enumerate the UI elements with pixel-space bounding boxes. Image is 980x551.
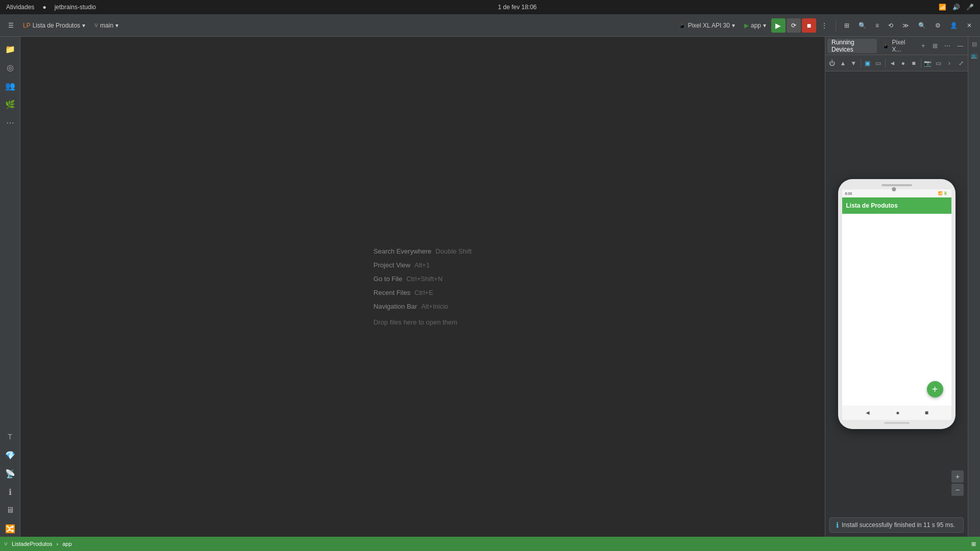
rotate-portrait-button[interactable]: ▣ <box>863 57 872 69</box>
right-sidebar-screen-icon[interactable]: 📺 <box>969 50 979 60</box>
branch-dropdown-icon: ▾ <box>115 22 118 29</box>
hint-search: Search Everywhere Double Shift <box>374 247 472 255</box>
tabs-layout-button[interactable]: ⊞ <box>929 40 941 52</box>
sidebar-item-info[interactable]: ℹ <box>2 484 18 500</box>
sidebar-item-terminal[interactable]: T <box>2 429 18 445</box>
device-tool-sep-3 <box>921 59 921 68</box>
minimize-panel-button[interactable]: — <box>954 40 966 52</box>
git-branch-label[interactable]: ListadeProdutos <box>12 541 53 547</box>
phone-appbar: Lista de Produtos <box>842 197 951 214</box>
sidebar-item-project[interactable]: 📁 <box>2 41 18 57</box>
device-tool-sep-1 <box>861 59 861 68</box>
status-bar: ⑂ ListadeProdutos › app ⊞ <box>0 537 980 551</box>
branch-name-label: main <box>100 22 113 29</box>
back-nav-button[interactable]: ◄ <box>888 57 897 69</box>
sidebar-item-git[interactable]: 🌿 <box>2 96 18 112</box>
find-button[interactable]: 🔍 <box>854 18 870 33</box>
home-nav-button[interactable]: ● <box>898 57 908 69</box>
phone-wrapper: 6:06 📶 🔋 Lista de Produtos + ◄ ● <box>825 71 968 537</box>
hint-drop-label: Drop files here to open them <box>374 318 457 326</box>
phone-back-button[interactable]: ◄ <box>865 409 871 416</box>
stop-button[interactable]: ■ <box>802 18 816 33</box>
app-selector-button[interactable]: ▶ app ▾ <box>740 18 770 33</box>
phone-fab-button[interactable]: + <box>927 381 943 397</box>
device-selector-button[interactable]: 📱 Pixel XL API 30 ▾ <box>674 18 739 33</box>
project-icon: LP <box>23 22 31 29</box>
hints-container: Search Everywhere Double Shift Project V… <box>374 247 472 326</box>
volume-icon: 🔊 <box>952 4 960 11</box>
hierarchy-button[interactable]: ⟲ <box>884 18 897 33</box>
structure-button[interactable]: ≡ <box>871 18 883 33</box>
sdk-manager-button[interactable]: ≫ <box>898 18 913 33</box>
hint-project-view: Project View Alt+1 <box>374 261 472 269</box>
hint-project-shortcut: Alt+1 <box>414 261 430 269</box>
running-devices-tab[interactable]: Running Devices <box>827 39 877 53</box>
os-topbar-right: 📶 🔊 🎤 <box>939 4 974 11</box>
screen-record-button[interactable]: ▭ <box>934 57 943 69</box>
hint-project-label: Project View <box>374 261 410 269</box>
phone-camera <box>892 187 896 191</box>
toolbar-right-group: ⊞ 🔍 ≡ ⟲ ≫ 🔍 ⚙ 👤 ✕ <box>840 18 976 33</box>
toolbar-separator <box>836 19 836 32</box>
more-device-button[interactable]: › <box>944 57 954 69</box>
main-layout: 📁 ◎ 👥 🌿 ⋯ T 💎 📡 ℹ 🖥 🔀 Search Everywhere … <box>0 37 980 537</box>
sidebar-item-users[interactable]: 👥 <box>2 78 18 94</box>
sidebar-item-logcat[interactable]: 📡 <box>2 465 18 482</box>
device-name-label: Pixel XL API 30 <box>688 22 730 29</box>
activities-label[interactable]: Atividades <box>6 4 34 11</box>
hint-search-label: Search Everywhere <box>374 247 431 255</box>
sidebar-item-more[interactable]: ⋯ <box>2 114 18 131</box>
wifi-icon: 📶 <box>939 4 946 11</box>
app-name-label: jetbrains-studio <box>55 4 96 11</box>
sidebar-item-gem[interactable]: 💎 <box>2 447 18 463</box>
pixel-tab[interactable]: 📱 Pixel X... <box>878 39 917 53</box>
device-icon: 📱 <box>678 22 686 29</box>
phone-home-button[interactable]: ● <box>896 409 899 416</box>
hamburger-button[interactable]: ☰ <box>4 18 18 33</box>
pixel-tab-label: Pixel X... <box>892 39 913 53</box>
hint-goto-file: Go to File Ctrl+Shift+N <box>374 275 472 283</box>
rotate-landscape-button[interactable]: ▭ <box>873 57 883 69</box>
right-sidebar-layout-icon[interactable]: ▤ <box>969 39 979 49</box>
hint-goto-shortcut: Ctrl+Shift+N <box>406 275 443 283</box>
device-tabs: Running Devices 📱 Pixel X... + ⊞ ⋯ — <box>825 37 968 55</box>
sidebar-item-git-branches[interactable]: 🔀 <box>2 520 18 537</box>
account-button[interactable]: 👤 <box>946 18 962 33</box>
pixel-tab-icon: 📱 <box>882 42 890 49</box>
tabs-more-button[interactable]: ⋯ <box>942 40 953 52</box>
settings-button[interactable]: ⚙ <box>931 18 945 33</box>
app-run-icon: ▶ <box>744 22 749 29</box>
sidebar-item-device[interactable]: 🖥 <box>2 502 18 518</box>
add-tab-button[interactable]: + <box>918 40 929 52</box>
module-label[interactable]: app <box>62 541 71 547</box>
close-toolbar-button[interactable]: ✕ <box>963 18 976 33</box>
power-button[interactable]: ⏻ <box>827 57 837 69</box>
hint-recent-label: Recent Files <box>374 289 410 296</box>
hint-drop-files: Drop files here to open them <box>374 316 472 326</box>
phone-home-indicator <box>884 422 910 424</box>
device-manager-button[interactable]: ⊞ <box>840 18 853 33</box>
notification-bar: ℹ Install successfully finished in 11 s … <box>829 517 964 533</box>
volume-down-button[interactable]: ▼ <box>849 57 859 69</box>
zoom-in-button[interactable]: + <box>951 470 964 483</box>
phone-screen[interactable]: 6:06 📶 🔋 Lista de Produtos + ◄ ● <box>842 189 951 420</box>
phone-time-label: 6:06 <box>845 192 852 195</box>
branch-selector-button[interactable]: ⑂ main ▾ <box>90 18 122 33</box>
zoom-out-button[interactable]: − <box>951 484 964 496</box>
hint-recent-shortcut: Ctrl+E <box>414 289 433 296</box>
more-toolbar-button[interactable]: ⋮ <box>817 18 831 33</box>
search-toolbar-button[interactable]: 🔍 <box>914 18 930 33</box>
sidebar-item-commits[interactable]: ◎ <box>2 59 18 76</box>
screenshot-button[interactable]: 📷 <box>923 57 933 69</box>
volume-up-button[interactable]: ▲ <box>838 57 848 69</box>
phone-recent-button[interactable]: ■ <box>925 409 928 416</box>
run-button[interactable]: ▶ <box>771 18 786 33</box>
sync-button[interactable]: ⟳ <box>787 18 801 33</box>
project-selector-button[interactable]: LP Lista de Produtos ▾ <box>19 18 89 33</box>
recent-nav-button[interactable]: ■ <box>909 57 919 69</box>
phone-content: + <box>842 214 951 406</box>
zoom-controls: + − <box>951 470 964 496</box>
phone-status-icons: 📶 🔋 <box>938 191 948 195</box>
sidebar-spacer <box>2 133 18 427</box>
fold-device-button[interactable]: ⤢ <box>956 57 966 69</box>
